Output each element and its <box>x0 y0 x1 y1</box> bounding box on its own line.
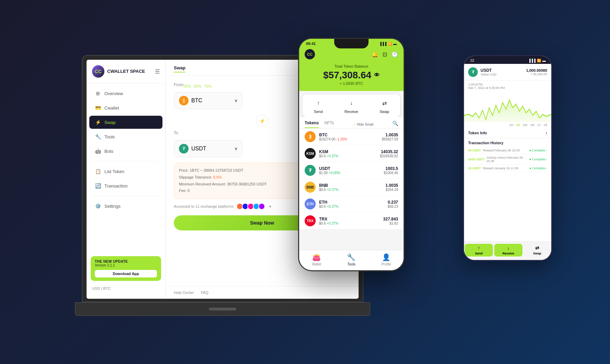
wallet-nav-icon: 👛 <box>312 253 321 261</box>
eye-icon[interactable]: 👁 <box>374 72 380 78</box>
bnb-info: BNB $0.6 +0.37% <box>319 183 385 192</box>
token-row-bnb[interactable]: BNB BNB $0.6 +0.37% 1.0035 $254.29 <box>299 179 404 196</box>
usdt-values: 1003.5 $1004.46 <box>384 166 398 175</box>
p2-receive-icon: ↓ <box>507 245 510 251</box>
phone-center: 09:41 ▐▐▐ 🛜 ▬ CC 🔔 ⊡ 🕐 Total Token Balan… <box>298 38 405 271</box>
token-row-eth[interactable]: ETH ETH $0.6 +0.37% 0.237 $58.23 <box>299 196 404 213</box>
sidebar-item-list-token[interactable]: 📋 List Token <box>89 165 162 178</box>
eth-symbol: ETH <box>319 200 387 205</box>
eth-info: ETH $0.6 +0.37% <box>319 200 387 208</box>
transaction-icon: 🔄 <box>95 183 101 189</box>
filter-1h[interactable]: 1H <box>509 123 513 127</box>
from-token-selector[interactable]: ₿ BTC ▾ <box>174 92 242 109</box>
action-buttons: ↑ Send ↓ Receive ⇄ Swap <box>303 94 400 117</box>
chart-value: 1.0018755 Mar 7, 2022 at 5:30:00 PM <box>464 81 551 90</box>
sidebar-item-swap[interactable]: ⚡ Swap <box>89 116 162 129</box>
balance-label: Total Token Balance <box>305 64 398 68</box>
nav-profile[interactable]: 👤 Profile <box>369 253 404 266</box>
swap-action-button[interactable]: ⇄ Swap <box>379 98 389 114</box>
pct-50-button[interactable]: 50% <box>194 84 201 88</box>
nav-wallet[interactable]: 👛 Wallet <box>299 253 334 266</box>
tx-3-amount: 63 USDT <box>468 167 481 170</box>
trx-usd: $1.82 <box>383 221 398 225</box>
trx-info: TRX $0.6 +0.37% <box>319 217 383 225</box>
logo-icon: CC <box>92 65 104 78</box>
token-row-btc[interactable]: ₿ BTC $19274.00 -1.25% 1.0035 $55827.59 <box>299 128 404 145</box>
trx-token-icon: TRX <box>305 215 316 226</box>
tx-row-2[interactable]: 5435 USDT Airdrop Arena February 08 15:3… <box>468 154 547 165</box>
btc-usd: $55827.59 <box>382 137 398 141</box>
tab-tokens[interactable]: Tokens <box>305 121 319 128</box>
notification-icon[interactable]: 🔔 <box>372 51 379 58</box>
token-row-usdt[interactable]: ₮ USDT $1.00 +0.00% 1003.5 $1004.46 <box>299 162 404 179</box>
sidebar-item-tools[interactable]: 🔧 Tools <box>89 130 162 143</box>
receive-icon: ↓ <box>346 98 357 108</box>
phone2-bottom-actions: ↑ Send ↓ Receive ⇄ Swap <box>464 241 551 260</box>
logo-text: CWALLET SPACE <box>107 69 145 74</box>
tx-row-1[interactable]: 83 USDT Reward February 08 15:39 ● Compl… <box>468 147 547 154</box>
phone-main-screen: 09:41 ▐▐▐ 🛜 ▬ CC 🔔 ⊡ 🕐 Total Token Balan… <box>299 39 404 270</box>
sidebar-item-overview[interactable]: ⊞ Overview <box>89 87 162 100</box>
filter-1d[interactable]: 1D <box>516 123 520 127</box>
token-search-icon[interactable]: 🔍 <box>392 121 398 128</box>
help-center-link[interactable]: Help Center <box>174 291 194 295</box>
filter-1m[interactable]: 1M <box>530 123 534 127</box>
balance-section: Total Token Balance $57,308.64 👁 ≈ 1.003… <box>299 64 404 91</box>
send-action-button[interactable]: ↑ Send <box>313 98 324 114</box>
close-button[interactable]: ✕ <box>542 68 546 73</box>
tx-2-status: ● Complete › <box>529 158 547 161</box>
tx-row-3[interactable]: 63 USDT Reward January 24 11:59 ● Comple… <box>468 165 547 172</box>
phone2-receive-button[interactable]: ↓ Receive <box>494 244 522 257</box>
list-token-icon: 📋 <box>95 168 101 174</box>
btc-token-icon: ₿ <box>305 131 316 142</box>
download-app-button[interactable]: Download App <box>95 270 157 277</box>
history-icon[interactable]: 🕐 <box>391 51 398 58</box>
p2-send-icon: ↑ <box>478 245 480 251</box>
pct-75-button[interactable]: 75% <box>204 84 212 88</box>
phone2-signal: ▐▐▐ <box>528 59 535 62</box>
phone-right: :32 ▐▐▐ 🛜 ▬ ✕ ₮ USDT Tether USD 1,000.00… <box>463 55 552 261</box>
hide-small-toggle[interactable]: ✓ Hide Small <box>353 121 373 128</box>
phone2-swap-button[interactable]: ⇄ Swap <box>523 244 551 257</box>
token-info-arrow[interactable]: › <box>546 131 547 135</box>
token-list: ₿ BTC $19274.00 -1.25% 1.0035 $55827.59 … <box>299 128 404 229</box>
tab-nfts[interactable]: NFTs <box>324 121 334 128</box>
eth-values: 0.237 $58.23 <box>387 200 398 208</box>
filter-1w[interactable]: 1W <box>523 123 528 127</box>
currency-pair: USD | BTC <box>91 284 161 293</box>
btc-values: 1.0035 $55827.59 <box>382 133 398 141</box>
filter-1y[interactable]: 1Y <box>537 123 541 127</box>
nav-tools[interactable]: 🔧 Tools <box>334 253 369 266</box>
exchange-dropdown-icon: ▾ <box>269 204 271 209</box>
footer-links: Help Center FAQ <box>166 286 359 299</box>
wifi-icon: 🛜 <box>388 42 392 46</box>
swap-direction-button[interactable]: ⚡ <box>256 115 268 127</box>
token-row-trx[interactable]: TRX TRX $0.6 +0.37% 327.843 $1.82 <box>299 213 404 229</box>
scan-icon[interactable]: ⊡ <box>383 51 387 58</box>
nav-divider <box>92 161 160 161</box>
to-dropdown-icon: ▾ <box>235 146 237 152</box>
token-row-ksm[interactable]: KSM KSM $0.6 +0.37% 14035.32 $316636.82 <box>299 145 404 162</box>
menu-icon[interactable]: ☰ <box>155 68 160 75</box>
swap-tab[interactable]: Swap <box>174 65 185 72</box>
faq-link[interactable]: FAQ <box>201 291 208 295</box>
sidebar-item-transaction[interactable]: 🔄 Transaction <box>89 179 162 192</box>
tx-1-amount: 83 USDT <box>468 149 481 152</box>
sidebar-item-settings[interactable]: ⚙️ Settings <box>89 200 162 213</box>
receive-action-button[interactable]: ↓ Receive <box>344 98 358 114</box>
filter-all[interactable]: All <box>544 123 547 127</box>
to-token-selector[interactable]: ₮ USDT ▾ <box>174 140 242 157</box>
from-label: From <box>174 82 183 87</box>
phone2-token-full: Tether USD <box>481 73 523 76</box>
phone2-screen: :32 ▐▐▐ 🛜 ▬ ✕ ₮ USDT Tether USD 1,000.00… <box>464 56 551 260</box>
token-info-title: Token Info › <box>468 131 547 135</box>
sidebar-item-cwallet[interactable]: 💳 Cwallet <box>89 101 162 114</box>
ksm-usd: $316636.82 <box>380 154 398 158</box>
eth-usd: $58.23 <box>387 205 398 208</box>
to-label: To <box>174 130 178 135</box>
sidebar-item-bots[interactable]: 🤖 Bots <box>89 145 162 158</box>
phone2-token-name: USDT <box>481 68 523 73</box>
chart-svg <box>464 90 551 122</box>
phone2-send-button[interactable]: ↑ Send <box>465 244 493 257</box>
pct-25-button[interactable]: 25% <box>183 84 191 88</box>
